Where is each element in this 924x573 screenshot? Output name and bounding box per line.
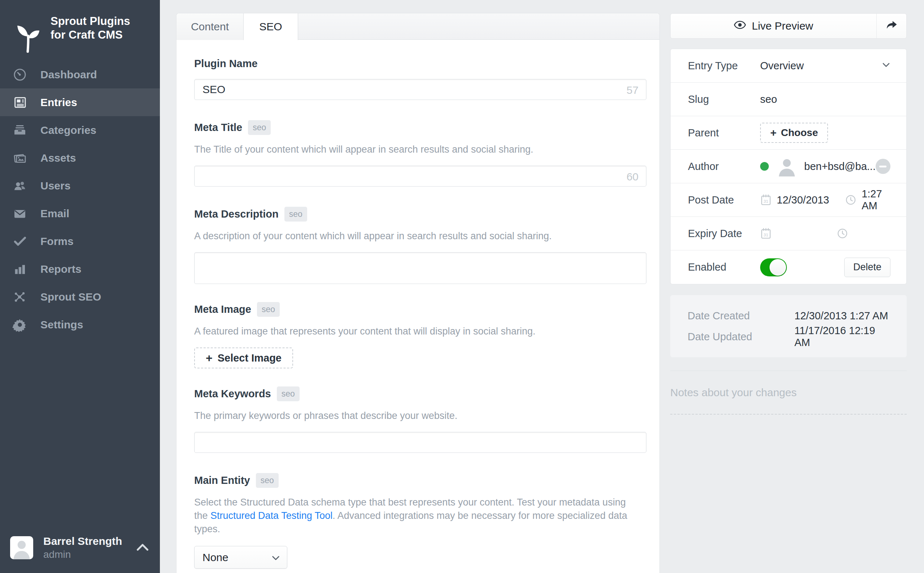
main-entity-select[interactable]: None	[194, 546, 287, 569]
meta-keywords-input[interactable]	[194, 432, 647, 453]
sidebar-item-forms[interactable]: Forms	[0, 227, 160, 255]
sidebar-item-entries[interactable]: Entries	[0, 88, 160, 116]
plus-icon: +	[770, 127, 777, 139]
enabled-toggle[interactable]	[760, 258, 787, 276]
meta-description-textarea[interactable]	[194, 252, 647, 284]
enabled-row: Enabled Delete	[670, 250, 906, 284]
select-image-button[interactable]: + Select Image	[194, 348, 293, 368]
entry-type-value: Overview	[760, 60, 804, 72]
meta-keywords-instructions: The primary keywords or phrases that des…	[194, 409, 631, 423]
sidebar: Sprout Plugins for Craft CMS Dashboard E…	[0, 0, 160, 573]
sidebar-item-label: Assets	[41, 152, 76, 164]
sidebar-item-sprout-seo[interactable]: Sprout SEO	[0, 283, 160, 311]
meta-title-instructions: The Title of your content which will app…	[194, 143, 631, 156]
seo-badge: seo	[256, 473, 279, 488]
tray-icon	[12, 123, 29, 138]
date-created-label: Date Created	[688, 310, 794, 322]
sidebar-item-label: Forms	[41, 235, 74, 247]
sidebar-item-label: Sprout SEO	[41, 291, 101, 303]
calendar-icon[interactable]: 31	[760, 194, 772, 206]
user-name: Barrel Strength	[43, 535, 122, 547]
notes-placeholder: Notes about your changes	[670, 387, 797, 399]
structured-data-testing-tool-link[interactable]: Structured Data Testing Tool	[210, 510, 332, 521]
sidebar-item-label: Categories	[41, 124, 96, 136]
sidebar-item-label: Settings	[41, 319, 83, 331]
meta-image-label: Meta Image	[194, 304, 251, 315]
svg-text:31: 31	[763, 232, 768, 237]
dates-card: Date Created 12/30/2013 1:27 AM Date Upd…	[670, 295, 907, 357]
photos-icon	[12, 151, 29, 165]
revision-notes-field[interactable]: Notes about your changes	[670, 371, 907, 415]
chevron-up-icon[interactable]	[136, 543, 149, 553]
author-email: ben+bsd@ba...	[804, 161, 875, 172]
post-date-row: Post Date 31 12/30/2013 1:27 AM	[670, 183, 906, 217]
seo-badge: seo	[284, 207, 307, 222]
envelope-icon	[12, 207, 29, 221]
checkmark-icon	[12, 234, 29, 249]
svg-text:31: 31	[763, 199, 768, 204]
sidebar-item-label: Email	[41, 207, 69, 220]
date-updated-row: Date Updated 11/17/2016 12:19 AM	[688, 326, 891, 347]
entry-editor-pane: Content SEO Plugin Name 57 Meta Title se…	[176, 13, 660, 573]
parent-row: Parent + Choose	[670, 116, 906, 150]
account-menu[interactable]: Barrel Strength admin	[0, 528, 160, 573]
sidebar-item-label: Reports	[41, 263, 81, 275]
toggle-knob	[769, 259, 786, 276]
live-preview-button[interactable]: Live Preview	[670, 14, 877, 38]
slug-row[interactable]: Slug seo	[670, 83, 906, 116]
share-button[interactable]	[877, 14, 906, 38]
network-icon	[12, 290, 29, 304]
expiry-date-row: Expiry Date 31	[670, 217, 906, 250]
delete-button[interactable]: Delete	[844, 258, 890, 277]
post-date-value[interactable]: 12/30/2013	[777, 194, 829, 206]
sidebar-nav: Dashboard Entries Categories Assets	[0, 61, 160, 338]
tab-seo[interactable]: SEO	[244, 13, 298, 40]
app-logo: Sprout Plugins for Craft CMS	[0, 0, 160, 56]
sidebar-item-label: Users	[41, 180, 70, 192]
plugin-name-input[interactable]	[194, 79, 647, 100]
post-date-label: Post Date	[688, 194, 760, 206]
sidebar-item-users[interactable]: Users	[0, 172, 160, 200]
tab-bar: Content SEO	[177, 13, 659, 40]
meta-title-input[interactable]	[194, 166, 647, 186]
sidebar-item-settings[interactable]: Settings	[0, 311, 160, 338]
entry-settings-card: Entry Type Overview Slug seo Parent + Ch…	[670, 49, 907, 284]
sidebar-item-email[interactable]: Email	[0, 200, 160, 227]
chevron-down-icon	[272, 551, 280, 564]
calendar-icon[interactable]: 31	[760, 227, 772, 240]
meta-description-label: Meta Description	[194, 208, 279, 220]
tab-content[interactable]: Content	[177, 13, 244, 40]
meta-keywords-label: Meta Keywords	[194, 388, 271, 400]
chevron-down-icon[interactable]	[882, 62, 890, 69]
date-updated-label: Date Updated	[688, 331, 794, 343]
sidebar-item-assets[interactable]: Assets	[0, 144, 160, 172]
char-counter: 57	[626, 84, 639, 96]
app-title: Sprout Plugins for Craft CMS	[50, 14, 133, 42]
author-avatar	[777, 156, 797, 177]
user-avatar	[10, 536, 33, 559]
sprout-leaf-icon	[11, 19, 45, 56]
choose-parent-button[interactable]: + Choose	[760, 123, 828, 143]
users-icon	[12, 178, 29, 193]
meta-image-instructions: A featured image that represents your co…	[194, 325, 631, 338]
clock-icon[interactable]	[845, 194, 857, 206]
author-row: Author ben+bsd@ba...	[670, 150, 906, 183]
slug-label: Slug	[688, 94, 760, 105]
clock-icon[interactable]	[837, 228, 848, 239]
gauge-icon	[12, 67, 29, 82]
sidebar-item-categories[interactable]: Categories	[0, 116, 160, 144]
author-label: Author	[688, 161, 760, 172]
user-role: admin	[43, 549, 122, 560]
seo-form: Plugin Name 57 Meta Title seo The Title …	[177, 40, 659, 573]
sidebar-item-dashboard[interactable]: Dashboard	[0, 61, 160, 88]
remove-author-icon[interactable]	[875, 159, 890, 174]
parent-label: Parent	[688, 127, 760, 139]
date-created-value: 12/30/2013 1:27 AM	[794, 310, 888, 322]
sidebar-item-label: Dashboard	[41, 69, 97, 81]
post-time-value[interactable]: 1:27 AM	[861, 188, 890, 212]
preview-toolbar: Live Preview	[670, 13, 907, 39]
gear-icon	[12, 318, 29, 332]
bar-chart-icon	[12, 262, 29, 276]
sidebar-item-reports[interactable]: Reports	[0, 255, 160, 283]
entry-type-row[interactable]: Entry Type Overview	[670, 49, 906, 83]
